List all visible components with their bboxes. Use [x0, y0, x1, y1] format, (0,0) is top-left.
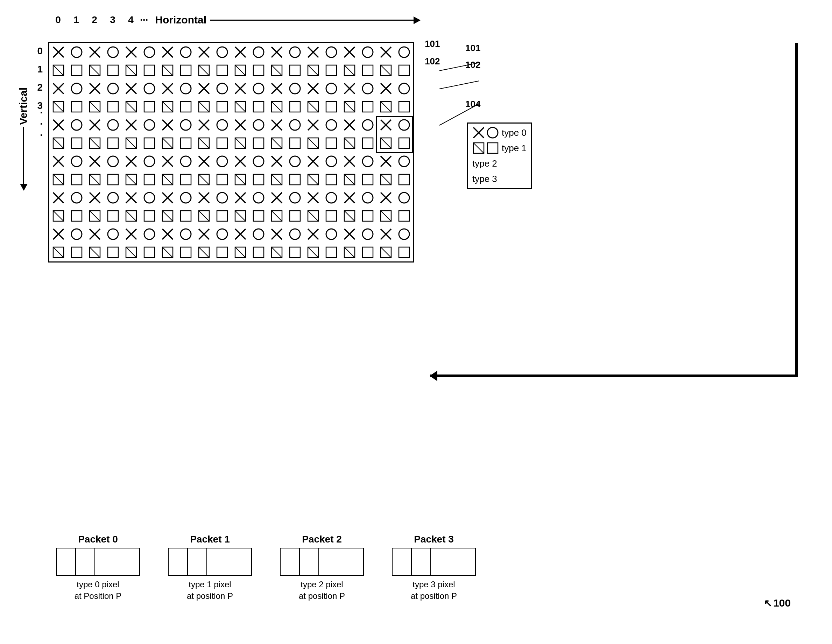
grid-cell: [395, 152, 413, 170]
grid-cell: [213, 61, 231, 79]
grid-cell: [304, 79, 322, 98]
svg-rect-293: [326, 211, 337, 221]
grid-cell: [104, 189, 122, 207]
grid-row: [49, 170, 413, 189]
grid-row: [49, 98, 413, 116]
svg-rect-215: [108, 174, 118, 185]
grid-cell: [268, 61, 286, 79]
svg-line-91: [53, 101, 64, 112]
ref-label: 102: [465, 59, 480, 70]
grid-cell: [67, 189, 86, 207]
grid-cell: [104, 207, 122, 225]
svg-point-206: [362, 156, 373, 167]
grid-cell: [104, 98, 122, 116]
svg-point-8: [144, 47, 155, 58]
svg-point-89: [399, 83, 410, 94]
svg-point-311: [181, 229, 191, 239]
svg-line-115: [344, 101, 355, 112]
grid-cell: [322, 61, 341, 79]
grid-cell: [231, 134, 250, 152]
grid-row: [49, 79, 413, 98]
svg-point-323: [326, 229, 337, 239]
grid-cell: [213, 79, 231, 98]
grid-cell: [213, 134, 231, 152]
grid-cell: [195, 189, 213, 207]
svg-line-355: [344, 247, 355, 258]
svg-line-220: [162, 174, 173, 185]
grid-cell: [49, 98, 67, 116]
grid-cell: [122, 170, 140, 189]
svg-point-140: [290, 120, 300, 130]
svg-point-209: [399, 156, 410, 167]
packet-box-3: [392, 548, 476, 576]
svg-point-329: [399, 229, 410, 239]
grid-cell: [67, 152, 86, 170]
svg-point-77: [253, 83, 264, 94]
grid-cell: [377, 225, 395, 243]
svg-rect-173: [326, 138, 337, 148]
svg-point-65: [108, 83, 118, 94]
grid-cell: [322, 207, 341, 225]
svg-rect-284: [217, 211, 227, 221]
svg-rect-170: [290, 138, 300, 148]
grid-cell: [286, 98, 304, 116]
svg-rect-278: [144, 211, 155, 221]
type-0-label: type 0: [502, 127, 526, 138]
svg-rect-59: [399, 65, 410, 75]
svg-line-366: [474, 143, 484, 153]
grid-cell: [49, 225, 67, 243]
svg-point-86: [362, 83, 373, 94]
grid-cell: [231, 243, 250, 261]
grid-cell: [286, 189, 304, 207]
grid-cell: [286, 79, 304, 98]
svg-rect-212: [71, 174, 82, 185]
svg-rect-341: [181, 247, 191, 258]
grid-cell: [286, 61, 304, 79]
svg-line-112: [308, 101, 318, 112]
type-0-item: type 0: [472, 125, 526, 140]
svg-rect-335: [108, 247, 118, 258]
ref-label: 101: [465, 43, 480, 54]
big-right-arrow-horizontal: [430, 375, 798, 377]
svg-line-31: [53, 65, 64, 75]
svg-rect-98: [144, 101, 155, 112]
grid-cell: [86, 61, 104, 79]
grid-cell: [395, 61, 413, 79]
h-axis-4: 4: [122, 14, 140, 26]
grid-cell: [395, 243, 413, 261]
grid-cell: [268, 225, 286, 243]
grid-cell: [177, 170, 195, 189]
grid-cell: [250, 79, 268, 98]
grid-cell: [304, 152, 322, 170]
grid-cell: [358, 225, 377, 243]
svg-rect-176: [362, 138, 373, 148]
svg-line-37: [126, 65, 136, 75]
grid-cell: [213, 152, 231, 170]
grid-cell: [104, 152, 122, 170]
grid-cell: [195, 98, 213, 116]
grid-cell: [158, 43, 177, 61]
v-num-1: 1: [21, 60, 45, 78]
type-2-label: type 2: [472, 158, 497, 169]
type-3-label: type 3: [472, 174, 497, 184]
grid-cell: [122, 243, 140, 261]
svg-line-352: [308, 247, 318, 258]
grid-cell: [268, 243, 286, 261]
grid-row: [49, 116, 413, 134]
grid-row: [49, 43, 413, 61]
grid-cell: [250, 225, 268, 243]
type-1-item: type 1: [472, 140, 526, 156]
grid-cell: [286, 43, 304, 61]
grid-cell: [250, 207, 268, 225]
grid-cell: [322, 134, 341, 152]
grid-cell: [322, 170, 341, 189]
svg-point-185: [108, 156, 118, 167]
svg-line-334: [90, 247, 100, 258]
grid-cell: [286, 134, 304, 152]
svg-point-248: [144, 192, 155, 203]
svg-line-280: [162, 211, 173, 221]
grid-cell: [122, 207, 140, 225]
grid-cell: [158, 98, 177, 116]
svg-rect-230: [290, 174, 300, 185]
svg-rect-56: [362, 65, 373, 75]
